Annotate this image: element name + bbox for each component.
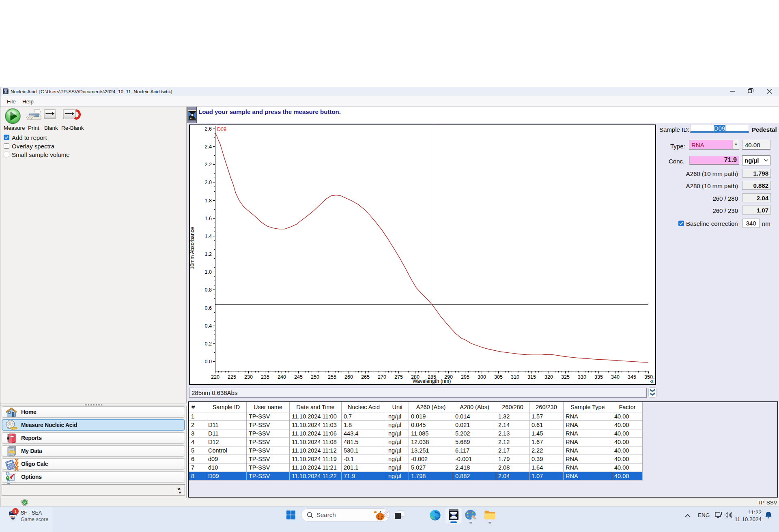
svg-text:300: 300: [478, 374, 486, 380]
svg-text:330: 330: [578, 374, 586, 380]
svg-text:320: 320: [544, 374, 553, 380]
svg-text:0.6: 0.6: [205, 305, 212, 311]
svg-text:0.2: 0.2: [205, 341, 212, 347]
svg-text:240: 240: [278, 374, 286, 380]
svg-text:305: 305: [494, 374, 503, 380]
svg-text:235: 235: [261, 374, 269, 380]
svg-text:310: 310: [511, 374, 519, 380]
svg-text:NFL: NFL: [11, 515, 15, 518]
svg-text:0.0: 0.0: [205, 359, 212, 365]
svg-text:295: 295: [461, 374, 469, 380]
svg-text:230: 230: [244, 374, 253, 380]
svg-text:275: 275: [394, 374, 403, 380]
svg-text:2.2: 2.2: [205, 162, 212, 167]
svg-text:1.6: 1.6: [205, 216, 212, 221]
svg-text:325: 325: [561, 374, 570, 380]
svg-text:265: 265: [361, 374, 370, 380]
svg-text:225: 225: [228, 374, 236, 380]
svg-text:0.4: 0.4: [205, 323, 212, 329]
svg-text:0.8: 0.8: [205, 287, 212, 293]
svg-text:270: 270: [378, 374, 386, 380]
svg-text:2.6: 2.6: [205, 126, 212, 132]
svg-text:D09: D09: [217, 127, 226, 132]
svg-text:1.2: 1.2: [205, 251, 212, 257]
svg-text:335: 335: [594, 374, 603, 380]
svg-text:250: 250: [311, 374, 319, 380]
svg-text:315: 315: [527, 374, 536, 380]
svg-text:245: 245: [294, 374, 303, 380]
svg-text:1.0: 1.0: [205, 269, 212, 275]
svg-text:1.8: 1.8: [205, 198, 212, 204]
svg-text:220: 220: [211, 374, 219, 380]
svg-text:340: 340: [611, 374, 620, 380]
svg-text:10mm Absorbance: 10mm Absorbance: [190, 227, 195, 269]
svg-text:345: 345: [628, 374, 636, 380]
svg-text:2.4: 2.4: [205, 144, 212, 150]
svg-text:1.4: 1.4: [205, 234, 212, 239]
svg-text:Wavelength (nm): Wavelength (nm): [413, 378, 451, 384]
svg-text:255: 255: [328, 374, 336, 380]
svg-text:2.0: 2.0: [205, 180, 212, 185]
svg-text:260: 260: [344, 374, 353, 380]
